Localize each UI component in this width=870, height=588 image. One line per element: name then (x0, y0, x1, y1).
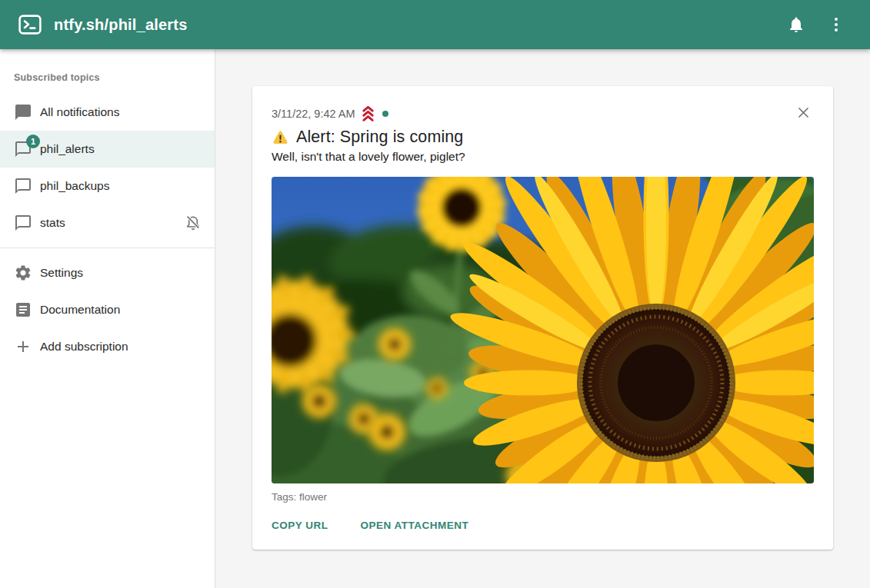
attachment-image[interactable] (272, 177, 814, 483)
overflow-menu-button[interactable] (819, 8, 853, 42)
sidebar-item-add-subscription[interactable]: Add subscription (0, 328, 215, 365)
sidebar-item-phil-alerts[interactable]: 1 phil_alerts (0, 131, 215, 168)
notification-title-row: Alert: Spring is coming (272, 128, 814, 147)
chat-bubble-filled-icon (14, 103, 32, 121)
terminal-icon (18, 15, 42, 35)
notification-body: Well, isn't that a lovely flower, piglet… (272, 150, 814, 164)
sidebar-item-all-notifications[interactable]: All notifications (0, 94, 215, 131)
chat-bubble-outline-icon (14, 214, 32, 232)
unread-dot (382, 111, 388, 117)
sidebar-item-label: Documentation (40, 303, 120, 317)
notification-meta-row: 3/11/22, 9:42 AM (272, 105, 814, 123)
main-content: 3/11/22, 9:42 AM (215, 49, 870, 588)
sidebar-item-label: phil_backups (40, 179, 109, 193)
sidebar-item-label: All notifications (40, 105, 119, 119)
gear-icon (14, 264, 32, 282)
sidebar-item-settings[interactable]: Settings (0, 254, 215, 291)
chat-bubble-outline-icon (14, 177, 32, 195)
muted-bell-icon (184, 214, 202, 232)
notifications-bell-icon (787, 15, 805, 34)
warning-triangle-icon (272, 129, 289, 146)
notification-card: 3/11/22, 9:42 AM (252, 86, 833, 550)
subscribed-topics-heading: Subscribed topics (14, 72, 215, 83)
open-attachment-button[interactable]: OPEN ATTACHMENT (355, 513, 475, 537)
chat-bubble-outline-icon: 1 (14, 140, 32, 158)
notification-actions: COPY URL OPEN ATTACHMENT (265, 513, 814, 537)
app-bar: ntfy.sh/phil_alerts (0, 0, 870, 49)
sidebar-item-label: stats (40, 216, 65, 230)
sidebar-divider (0, 247, 215, 248)
sidebar-item-label: phil_alerts (40, 142, 95, 156)
unread-count-badge: 1 (26, 135, 40, 148)
notification-timestamp: 3/11/22, 9:42 AM (272, 108, 355, 120)
app-title: ntfy.sh/phil_alerts (54, 16, 187, 34)
notification-tags: Tags: flower (272, 491, 814, 503)
notifications-bell-button[interactable] (779, 8, 813, 42)
sidebar-item-label: Settings (40, 266, 83, 280)
notification-title: Alert: Spring is coming (296, 128, 463, 147)
sidebar-item-documentation[interactable]: Documentation (0, 291, 215, 328)
article-icon (14, 301, 32, 319)
kebab-menu-icon (827, 15, 845, 34)
close-icon (796, 105, 811, 120)
plus-icon (14, 337, 32, 356)
copy-url-button[interactable]: COPY URL (265, 513, 335, 537)
ntfy-app: ntfy.sh/phil_alerts Subscribed topics (0, 0, 870, 588)
sidebar-item-label: Add subscription (40, 340, 128, 354)
close-notification-button[interactable] (792, 101, 814, 123)
sidebar: Subscribed topics All notifications 1 ph… (0, 49, 215, 588)
sidebar-item-phil-backups[interactable]: phil_backups (0, 168, 215, 204)
priority-max-icon (360, 105, 376, 122)
sidebar-item-stats[interactable]: stats (0, 204, 215, 241)
